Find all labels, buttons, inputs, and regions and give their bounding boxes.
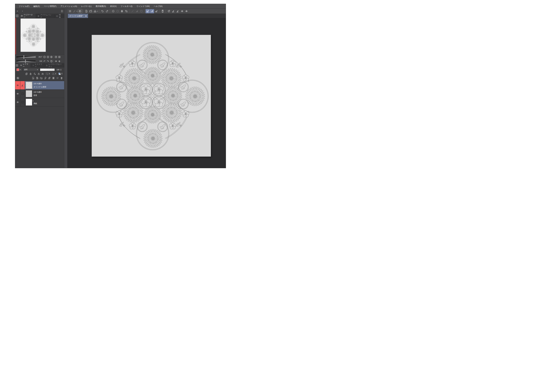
layer-editing-pencil-icon[interactable] xyxy=(20,81,25,89)
fill-icon[interactable] xyxy=(120,9,124,13)
layer-panel-menu-icon[interactable] xyxy=(15,63,19,68)
pen-pressure-2-icon[interactable] xyxy=(176,9,180,13)
layer-thumbnail[interactable] xyxy=(26,90,32,97)
layer-visibility-eye-icon[interactable] xyxy=(15,98,20,106)
new-vector-layer-icon[interactable] xyxy=(35,76,39,80)
flip-canvas-icon[interactable] xyxy=(184,9,188,13)
layer-thumbnail[interactable] xyxy=(26,82,32,89)
undo-icon[interactable] xyxy=(101,9,105,13)
current-tool-icon: ▼ xyxy=(72,9,77,13)
layer-visibility-eye-icon[interactable] xyxy=(15,90,20,98)
layer-check-cell[interactable] xyxy=(20,90,25,98)
flip-view-icon[interactable] xyxy=(180,9,184,13)
canvas-viewport[interactable] xyxy=(67,18,226,168)
clip-studio-paint-window: ファイル(F)編集(E)ページ管理(P)アニメーション(A)レイヤー(L)選択範… xyxy=(15,4,226,168)
lock-layer-icon[interactable] xyxy=(37,72,41,76)
palette-color-button[interactable]: ▼ xyxy=(16,68,22,71)
new-raster-layer-icon[interactable] xyxy=(31,76,35,80)
layer-blend-info xyxy=(34,99,37,101)
zoom-out-icon[interactable] xyxy=(43,55,46,59)
separator xyxy=(53,60,54,63)
collapse-panel-icon[interactable]: « xyxy=(17,9,18,12)
rotation-slider[interactable] xyxy=(16,60,36,62)
snap-to-grid-icon[interactable] xyxy=(154,9,158,13)
fit-to-window-icon[interactable] xyxy=(58,55,61,59)
crop-icon[interactable] xyxy=(124,9,129,13)
lock-pixel-icon[interactable] xyxy=(41,72,45,76)
rotation-value: 0.0 xyxy=(36,60,42,62)
clear-outside-selection-icon xyxy=(115,9,120,13)
delete-layer-icon[interactable] xyxy=(60,76,63,80)
zoom-slider[interactable] xyxy=(16,56,36,58)
document-tab[interactable]: オリジナル模様* xyxy=(68,14,88,18)
layer-color-icon[interactable]: ▼ xyxy=(58,72,63,76)
layer-panel-tab-2[interactable]: レイヤープロパティ xyxy=(44,63,64,68)
thumbnail-view-button[interactable] xyxy=(16,76,20,80)
panel-resize-divider[interactable] xyxy=(64,9,67,168)
layer-checkbox[interactable] xyxy=(22,101,24,103)
menu-item-8[interactable]: ウィンドウ(W) xyxy=(134,4,151,9)
navigator-tab-0[interactable]: ナビゲーター xyxy=(19,14,36,18)
flip-horizontal-icon[interactable] xyxy=(54,59,58,63)
lock-transparent-pixels-icon[interactable] xyxy=(33,72,36,76)
navigator-menu-icon[interactable] xyxy=(15,14,19,18)
layer-row-0[interactable]: 100 %通常オリジナル模様 xyxy=(15,81,64,90)
companion-mode-icon[interactable] xyxy=(160,9,165,13)
layer-panel-tab-1[interactable]: ヒストリー xyxy=(31,63,44,68)
toolbar-menu-icon[interactable] xyxy=(68,9,72,13)
menu-item-1[interactable]: 編集(E) xyxy=(31,4,42,9)
clip-to-layer-below-icon[interactable] xyxy=(25,72,28,76)
separator xyxy=(99,9,100,13)
zoom-100-icon[interactable] xyxy=(50,55,53,59)
menu-item-4[interactable]: レイヤー(L) xyxy=(79,4,94,9)
open-file-icon[interactable] xyxy=(89,9,93,13)
opacity-slider[interactable] xyxy=(40,69,55,71)
menu-item-0[interactable]: ファイル(F) xyxy=(17,4,31,9)
layer-visibility-eye-icon[interactable] xyxy=(15,81,20,89)
layer-checkbox[interactable] xyxy=(22,92,24,95)
reset-rotation-icon[interactable] xyxy=(50,59,53,63)
layer-thumbnail[interactable] xyxy=(26,99,32,106)
rotate-right-icon[interactable]: ↷ xyxy=(46,59,50,63)
navigator-tab-1[interactable]: アイテムバンク xyxy=(36,14,54,18)
menu-item-6[interactable]: 表示(V) xyxy=(108,4,119,9)
new-layer-folder-icon[interactable] xyxy=(39,76,43,80)
layer-panel-tab-0[interactable]: レイヤー xyxy=(19,63,31,68)
snap-to-ruler-icon[interactable] xyxy=(145,9,150,13)
new-file-icon[interactable] xyxy=(84,9,88,13)
canvas[interactable] xyxy=(92,35,211,157)
layer-row-2[interactable]: 用紙 xyxy=(15,98,64,106)
flip-vertical-icon[interactable] xyxy=(58,59,61,63)
save-icon[interactable]: ▼ xyxy=(93,9,97,13)
transfer-to-lower-layer-icon[interactable] xyxy=(43,76,47,80)
previous-panel-icon[interactable]: ‹ xyxy=(22,9,23,12)
navigator-tab-2[interactable]: 情報 xyxy=(54,14,64,18)
menu-item-2[interactable]: ページ管理(P) xyxy=(42,4,58,9)
clear-icon[interactable] xyxy=(111,9,115,13)
zoom-value: 24.7 xyxy=(36,56,42,58)
deselect-icon xyxy=(130,9,135,13)
blend-mode-select[interactable]: 通常 ▼ xyxy=(23,68,39,71)
opacity-value: 100 xyxy=(57,69,59,71)
reference-layer-icon[interactable] xyxy=(29,72,32,76)
menu-item-9[interactable]: ヘルプ(H) xyxy=(152,4,165,9)
zoom-in-icon[interactable] xyxy=(46,55,50,59)
rotate-left-icon[interactable]: ↶ xyxy=(43,59,46,63)
menu-item-7[interactable]: フィルター(I) xyxy=(119,4,134,9)
how-to-use-icon[interactable] xyxy=(167,9,171,13)
redo-icon[interactable] xyxy=(105,9,109,13)
navigator-tab-row: ナビゲーターアイテムバンク情報 xyxy=(15,14,64,18)
pen-pressure-icon[interactable] xyxy=(171,9,175,13)
layer-check-cell[interactable] xyxy=(20,98,25,106)
fit-to-screen-icon[interactable] xyxy=(54,55,58,59)
merge-with-lower-layer-icon[interactable] xyxy=(47,76,51,80)
menu-item-5[interactable]: 選択範囲(S) xyxy=(94,4,108,9)
snap-to-special-ruler-icon[interactable] xyxy=(150,9,154,13)
create-layer-mask-icon[interactable] xyxy=(51,76,55,80)
layer-row-1[interactable]: 100 %通常背景 xyxy=(15,90,64,98)
menu-item-3[interactable]: アニメーション(A) xyxy=(58,4,79,9)
opacity-stepper[interactable]: ▲▼ xyxy=(60,69,61,71)
panel-drag-handle-icon[interactable] xyxy=(61,10,63,12)
clip-studio-icon[interactable] xyxy=(78,9,82,13)
navigator-preview[interactable] xyxy=(21,18,46,52)
